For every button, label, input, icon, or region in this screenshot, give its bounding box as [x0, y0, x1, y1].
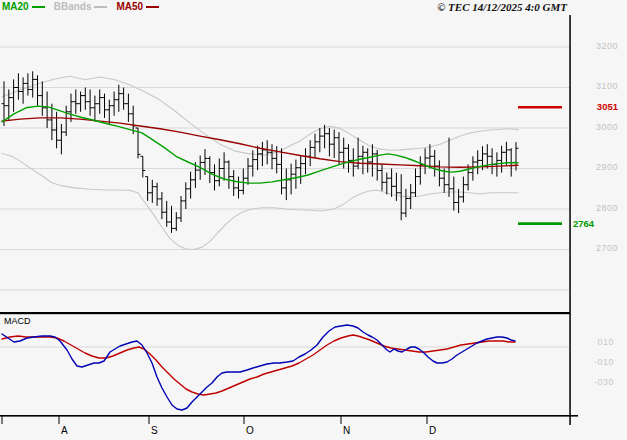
price-tick-3100: 3100 — [578, 81, 618, 91]
legend-item-ma50: MA50 — [116, 1, 159, 12]
price-tick-3200: 3200 — [578, 41, 618, 51]
price-tick-2800: 2800 — [578, 203, 618, 213]
month-label-september: S — [151, 425, 158, 436]
month-label-november: N — [343, 425, 350, 436]
month-label-october: O — [246, 425, 254, 436]
legend-item-bbands: BBands — [54, 1, 108, 12]
bbands-legend-swatch-icon — [94, 6, 107, 8]
price-tick-2700: 2700 — [578, 243, 618, 253]
timestamp: © TEC 14/12/2025 4:0 GMT — [437, 1, 567, 13]
stock-chart: MA20 BBands MA50 © TEC 14/12/2025 4:0 GM… — [0, 0, 627, 440]
macd-tick-n010: -010 — [578, 357, 614, 367]
price-chart-canvas — [0, 0, 627, 440]
legend-item-ma20: MA20 — [2, 1, 45, 12]
price-tick-3000: 3000 — [578, 122, 618, 132]
price-tick-2900: 2900 — [578, 162, 618, 172]
ma20-legend-swatch-icon — [32, 6, 45, 8]
ma20-legend-label: MA20 — [2, 1, 29, 12]
month-label-august: A — [61, 425, 68, 436]
ma50-legend-swatch-icon — [146, 6, 159, 8]
legend: MA20 BBands MA50 — [2, 1, 159, 12]
support-level-label: 2764 — [573, 218, 594, 229]
ma50-legend-label: MA50 — [116, 1, 143, 12]
macd-tick-n030: -030 — [578, 377, 614, 387]
month-label-december: D — [429, 425, 436, 436]
resistance-level-label: 3051 — [578, 101, 618, 112]
bbands-legend-label: BBands — [54, 1, 92, 12]
macd-tick-010: 010 — [578, 337, 614, 347]
macd-panel-title: MACD — [4, 316, 31, 326]
